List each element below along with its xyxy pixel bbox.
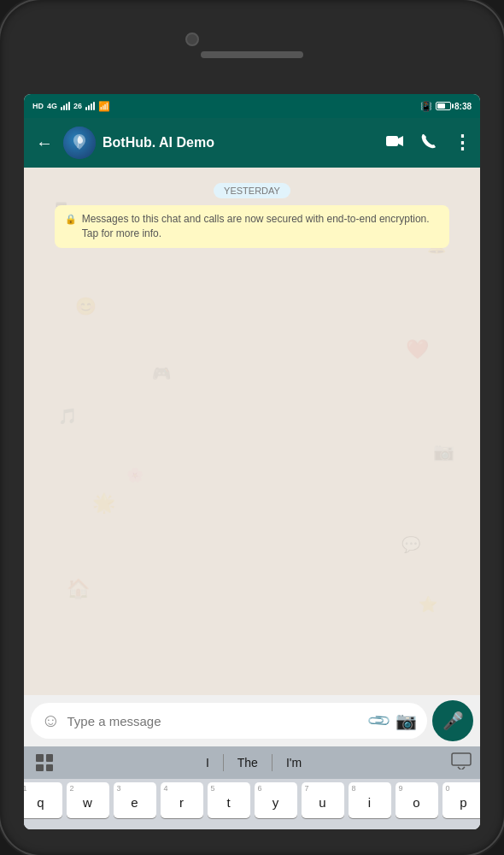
video-call-button[interactable] — [386, 134, 405, 152]
key-i[interactable]: 8i — [349, 782, 391, 818]
bothub-logo — [69, 133, 90, 153]
signal-bars-1 — [61, 102, 70, 110]
speaker — [201, 51, 303, 58]
emoji-button[interactable]: ☺ — [41, 710, 60, 732]
key-q[interactable]: 1q — [24, 782, 62, 818]
lock-icon: 🔒 — [65, 213, 77, 226]
status-bar: HD 4G 26 📶 📳 — [24, 94, 480, 118]
network-26: 26 — [73, 102, 82, 110]
keyboard-grid-button[interactable] — [32, 751, 56, 775]
network-hd: HD — [32, 102, 44, 110]
camera-button[interactable]: 📷 — [396, 711, 417, 731]
keyboard-rows: 1q 2w 3e 4r 5t 6y 7u 8i 9o 0p — [24, 779, 480, 829]
chat-area: 📱 🔔 😊 ❤️ 🎵 📷 🌟 💬 🔗 🎮 🌸 🏠 ⭐ YESTERDAY 🔒 M… — [24, 168, 480, 695]
avatar[interactable] — [63, 127, 96, 159]
signal-bars-2 — [85, 102, 95, 110]
phone-shell: HD 4G 26 📶 📳 — [0, 0, 504, 855]
status-left: HD 4G 26 📶 — [32, 101, 110, 112]
number-row: 1q 2w 3e 4r 5t 6y 7u 8i 9o 0p — [27, 782, 477, 818]
word-suggestions: I The I'm — [56, 752, 451, 773]
mic-button[interactable]: 🎤 — [432, 700, 473, 741]
key-w[interactable]: 2w — [67, 782, 109, 818]
encryption-notice[interactable]: 🔒 Messages to this chat and calls are no… — [55, 205, 450, 248]
key-p[interactable]: 0p — [442, 782, 481, 818]
attachment-button[interactable]: 📎 — [366, 707, 392, 734]
vibrate-icon: 📳 — [420, 101, 432, 112]
front-camera — [185, 32, 199, 46]
more-options-button[interactable]: ⋮ — [453, 132, 472, 154]
keyboard-toolbar: I The I'm — [24, 746, 480, 779]
keyboard: I The I'm 1q 2w 3e — [24, 746, 480, 829]
keyboard-hide-button[interactable] — [451, 752, 472, 774]
svg-rect-1 — [386, 136, 398, 146]
voice-call-button[interactable] — [420, 133, 437, 154]
date-badge: YESTERDAY — [214, 183, 290, 198]
key-t[interactable]: 5t — [208, 782, 250, 818]
key-o[interactable]: 9o — [396, 782, 438, 818]
svg-rect-2 — [452, 753, 471, 765]
battery-icon — [436, 102, 451, 110]
mic-icon: 🎤 — [442, 711, 464, 731]
time-display: 8:38 — [454, 102, 472, 111]
key-y[interactable]: 6y — [255, 782, 297, 818]
input-area: ☺ 📎 📷 🎤 — [24, 695, 480, 746]
key-e[interactable]: 3e — [114, 782, 156, 818]
encryption-text: Messages to this chat and calls are now … — [82, 212, 440, 241]
header-icons: ⋮ — [386, 132, 472, 154]
key-r[interactable]: 4r — [161, 782, 203, 818]
wifi-icon: 📶 — [98, 101, 110, 112]
key-u[interactable]: 7u — [302, 782, 344, 818]
network-4g: 4G — [47, 102, 57, 110]
message-input[interactable] — [67, 714, 363, 728]
status-right: 📳 8:38 — [420, 101, 472, 112]
suggestion-i[interactable]: I — [192, 752, 223, 773]
phone-screen: HD 4G 26 📶 📳 — [24, 94, 480, 829]
suggestion-im[interactable]: I'm — [273, 752, 315, 773]
suggestion-the[interactable]: The — [224, 752, 272, 773]
contact-name: BotHub. AI Demo — [103, 134, 379, 150]
message-input-wrapper: ☺ 📎 📷 — [31, 703, 427, 739]
chat-header: ← BotHub. AI Demo — [24, 118, 480, 168]
back-button[interactable]: ← — [32, 130, 56, 156]
contact-info: BotHub. AI Demo — [103, 134, 379, 150]
